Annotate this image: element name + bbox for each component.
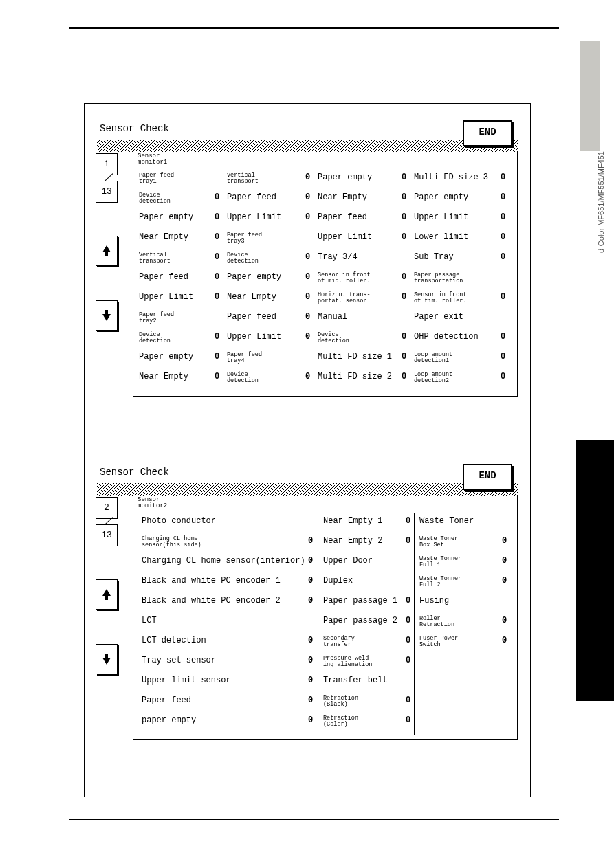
arrow-up-icon <box>101 588 112 601</box>
page-frame: Sensor Check END 1 ╱ 13 Sensor monitor1 … <box>84 103 531 797</box>
sensor-label: Paper feed tray2 <box>139 312 174 324</box>
sensor-value: 0 <box>406 596 410 605</box>
pager: 2 ╱ 13 <box>96 497 122 681</box>
sensor-label: Near Empty <box>139 232 188 242</box>
sensor-value: 0 <box>215 192 219 202</box>
sensor-label: Black and white PC encoder 1 <box>142 576 281 586</box>
sensor-grid: Sensor monitor2 Photo conductorCharging … <box>133 496 518 740</box>
sensor-label: Vertical transport <box>227 173 259 184</box>
sensor-grid: Sensor monitor1 Paper feed tray1Device d… <box>133 152 518 397</box>
page-down-button[interactable] <box>96 300 118 331</box>
sensor-label: Horizon. trans- portat. sensor <box>318 292 371 304</box>
end-button[interactable]: END <box>463 120 512 146</box>
col-divider <box>414 513 415 735</box>
sensor-value: 0 <box>308 676 313 685</box>
sensor-label: Paper feed <box>142 695 191 705</box>
page-up-button[interactable] <box>96 579 118 610</box>
sensor-label: Paper feed <box>318 212 367 222</box>
sensor-label: Device detection <box>139 332 171 344</box>
sensor-value: 0 <box>402 192 406 202</box>
sensor-value: 0 <box>402 292 406 302</box>
col-divider <box>223 170 223 392</box>
sensor-value: 0 <box>402 232 406 242</box>
sensor-value: 0 <box>215 252 219 262</box>
panel-sensor-monitor-1: Sensor Check END 1 ╱ 13 Sensor monitor1 … <box>97 123 518 412</box>
sensor-value: 0 <box>406 616 410 625</box>
sensor-label: Paper passage 1 <box>323 596 397 605</box>
sensor-label: Pressure weld- ing alienation <box>323 656 372 667</box>
pager: 1 ╱ 13 <box>96 153 122 337</box>
sensor-value: 0 <box>501 173 505 182</box>
sensor-label: OHP detection <box>414 332 479 342</box>
sensor-label: Loop amount detection1 <box>414 352 452 364</box>
panel-header-bar: END <box>97 483 518 496</box>
sensor-label: Device detection <box>227 252 259 264</box>
col-divider <box>410 170 410 392</box>
arrow-down-icon <box>101 309 112 322</box>
page-total: 13 <box>96 524 118 546</box>
sensor-label: Vertical transport <box>139 252 171 264</box>
monitor-label: Sensor monitor1 <box>138 153 167 166</box>
sensor-label: Near Empty 2 <box>323 536 382 546</box>
sensor-value: 0 <box>501 192 505 202</box>
sensor-label: Roller Retraction <box>419 616 454 627</box>
sensor-label: Paper feed <box>227 312 276 322</box>
sensor-value: 0 <box>406 715 410 725</box>
sensor-value: 0 <box>305 272 310 282</box>
sensor-label: Lower limit <box>414 232 468 242</box>
sensor-label: Upper limit sensor <box>142 676 231 685</box>
panel-header-bar: END <box>97 140 518 152</box>
sensor-label: Upper Limit <box>227 332 281 342</box>
sensor-label: Upper Door <box>323 556 373 566</box>
sensor-label: Waste Toner <box>419 516 474 526</box>
sensor-value: 0 <box>305 173 310 182</box>
col-divider <box>318 513 318 735</box>
panel-title: Sensor Check <box>100 467 518 478</box>
sensor-label: Manual <box>318 312 347 322</box>
sensor-label: Sub Tray <box>414 252 454 262</box>
sensor-label: Multi FD size 2 <box>318 372 392 381</box>
sensor-value: 0 <box>308 596 313 605</box>
sensor-label: Upper Limit <box>318 232 372 242</box>
sensor-label: Photo conductor <box>142 516 216 526</box>
sensor-value: 0 <box>305 312 310 322</box>
sensor-value: 0 <box>305 372 310 381</box>
sensor-value: 0 <box>502 556 507 566</box>
sensor-label: paper empty <box>142 715 196 725</box>
sensor-label: Paper feed <box>139 272 188 282</box>
page-down-button[interactable] <box>96 644 118 674</box>
sensor-label: LCT detection <box>142 636 206 645</box>
sensor-label: Paper empty <box>227 272 281 282</box>
sensor-value: 0 <box>502 616 507 625</box>
sensor-value: 0 <box>215 372 219 381</box>
page-up-button[interactable] <box>96 236 118 266</box>
sensor-label: Sensor in front of tim. roller. <box>414 292 467 304</box>
sensor-label: Paper empty <box>139 212 193 222</box>
end-button[interactable]: END <box>463 464 512 490</box>
sensor-value: 0 <box>308 636 313 645</box>
sensor-label: Upper Limit <box>414 212 468 222</box>
sensor-label: Upper Limit <box>139 292 193 302</box>
sensor-label: Sensor in front of mid. roller. <box>318 272 371 284</box>
sensor-label: LCT <box>142 616 157 625</box>
sensor-value: 0 <box>502 536 507 546</box>
sensor-label: Transfer belt <box>323 676 388 685</box>
col-divider <box>314 170 314 392</box>
sensor-value: 0 <box>501 212 505 222</box>
sensor-value: 0 <box>502 576 507 586</box>
sensor-label: Loop amount detection2 <box>414 372 452 383</box>
sensor-label: Paper empty <box>414 192 468 202</box>
sensor-value: 0 <box>501 232 505 242</box>
sensor-label: Paper feed <box>227 192 276 202</box>
page-total: 13 <box>96 181 118 203</box>
panel-title: Sensor Check <box>100 123 518 134</box>
sensor-value: 0 <box>406 516 410 526</box>
sensor-label: Waste Toner Box Set <box>419 536 458 548</box>
sensor-label: Tray 3/4 <box>318 252 358 262</box>
sensor-label: Near Empty <box>227 292 276 302</box>
sensor-value: 0 <box>308 556 313 566</box>
sensor-label: Multi FD size 3 <box>414 173 488 182</box>
sensor-label: Charging CL home sensor(this side) <box>142 536 201 548</box>
sensor-value: 0 <box>406 636 410 645</box>
sensor-label: Paper passage transportation <box>414 272 463 284</box>
